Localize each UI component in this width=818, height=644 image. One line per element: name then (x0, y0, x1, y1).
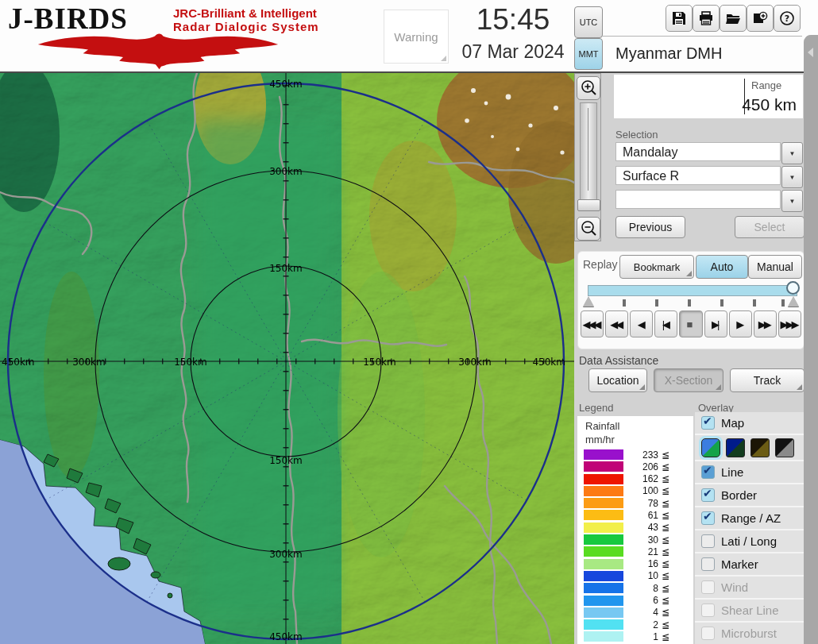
add-view-button[interactable] (747, 5, 774, 32)
legend-title: Rainfall (585, 420, 619, 432)
track-button[interactable]: Track (730, 368, 804, 392)
map-style-swatch-dark-olive[interactable] (750, 438, 770, 457)
map-style-swatch-navy-green[interactable] (726, 438, 745, 457)
legend-entry: 6≦ (584, 596, 689, 606)
product-dropdown-value[interactable]: Surface R (615, 166, 781, 185)
svg-text:300km: 300km (269, 549, 303, 560)
legend-scale: 233≦ 206≦ 162≦ 100≦ 78≦ 61≦ 43≦ 30≦ 21≦ … (584, 449, 689, 642)
warning-button[interactable]: Warning (384, 10, 449, 64)
replay-slider-handle[interactable] (786, 281, 800, 295)
collapse-arrow-icon (808, 48, 813, 57)
map-style-swatch-blue-green[interactable] (701, 438, 720, 457)
line-checkbox[interactable] (701, 465, 715, 479)
play-button[interactable]: ▶ (729, 310, 752, 337)
auto-button[interactable]: Auto (696, 255, 748, 279)
app-logo-subtitle-1: JRC-Brilliant & Intelligent (173, 6, 317, 20)
corner-menu-triangle (686, 271, 692, 276)
legend-entry: 1≦ (584, 631, 689, 642)
corner-menu-triangle (716, 384, 721, 390)
svg-text:?: ? (785, 13, 789, 24)
radar-map[interactable]: 450km 300km 150km 150km 300km 450km 450k… (0, 73, 574, 644)
option-dropdown-value[interactable] (615, 190, 781, 209)
wind-checkbox (701, 580, 715, 594)
select-button[interactable]: Select (735, 216, 804, 238)
option-dropdown-button[interactable]: ▼ (781, 190, 803, 212)
legend-label: Legend (579, 402, 613, 414)
option-dropdown: ▼ (615, 190, 803, 210)
map-checkbox[interactable] (701, 416, 715, 430)
legend-swatch (584, 583, 623, 593)
x-section-button[interactable]: X-Section (654, 368, 723, 392)
x-section-label: X-Section (665, 374, 713, 387)
panel-collapse-strip[interactable] (804, 35, 818, 644)
location-button[interactable]: Location (588, 368, 647, 392)
overlay-item-map[interactable]: Map (695, 412, 804, 435)
svg-text:300km: 300km (72, 357, 106, 368)
play-backward-button[interactable]: ◀ (630, 310, 653, 337)
utc-toggle-button[interactable]: UTC (574, 6, 603, 38)
legend-swatch (584, 449, 623, 460)
zoom-in-button[interactable] (577, 76, 600, 100)
legend-swatch (584, 498, 623, 508)
slider-tick (753, 299, 756, 307)
legend-swatch (584, 571, 623, 581)
map-style-swatch-black-gray[interactable] (775, 438, 794, 457)
fast-rewind-3x-button[interactable]: ◀◀◀ (581, 310, 604, 337)
overlay-item-lati-long[interactable]: Lati / Long (695, 530, 804, 553)
legend-swatch (584, 559, 623, 569)
overlay-item-border[interactable]: Border (695, 484, 804, 507)
zoom-in-icon (580, 79, 597, 97)
print-button[interactable] (693, 5, 720, 32)
replay-slider-track[interactable] (588, 285, 797, 296)
overlay-item-line[interactable]: Line (695, 461, 804, 484)
legend-swatch (584, 619, 623, 630)
microburst-checkbox (701, 627, 715, 640)
replay-range-start-marker[interactable] (583, 296, 594, 307)
marker-checkbox[interactable] (701, 557, 715, 571)
zoom-slider-track[interactable] (580, 102, 597, 201)
legend-swatch (584, 631, 623, 642)
site-dropdown-button[interactable]: ▼ (781, 142, 803, 164)
save-icon (671, 10, 687, 26)
open-file-button[interactable] (720, 5, 747, 32)
product-dropdown-button[interactable]: ▼ (781, 166, 803, 188)
header-divider (602, 36, 802, 37)
legend-entry: 162≦ (584, 474, 689, 484)
fast-forward-3x-button[interactable]: ▶▶▶ (778, 310, 801, 337)
range-label: Range (751, 79, 781, 91)
range-az-checkbox[interactable] (701, 511, 715, 525)
legend-unit: mm/hr (585, 434, 615, 445)
mmt-toggle-button[interactable]: MMT (574, 38, 603, 70)
replay-range-end-marker[interactable] (788, 296, 799, 307)
border-checkbox[interactable] (701, 488, 715, 502)
help-button[interactable]: ? (774, 5, 801, 32)
clock-date: 07 Mar 2024 (442, 41, 585, 63)
site-dropdown-value[interactable]: Mandalay (615, 142, 781, 161)
svg-text:300km: 300km (269, 166, 303, 177)
playback-buttons: ◀◀◀ ◀◀ ◀ |◀ ■ ▶| ▶ ▶▶ ▶▶▶ (581, 310, 801, 337)
svg-text:450km: 450km (532, 357, 565, 368)
save-button[interactable] (666, 5, 693, 32)
slider-tick (720, 299, 723, 307)
legend-card: Rainfall mm/hr 233≦ 206≦ 162≦ 100≦ 78≦ 6… (577, 416, 693, 644)
stop-button[interactable]: ■ (679, 310, 702, 337)
step-forward-button[interactable]: ▶| (704, 310, 727, 337)
legend-entry: 16≦ (584, 559, 689, 569)
fast-forward-button[interactable]: ▶▶ (754, 310, 777, 337)
zoom-slider-handle[interactable] (577, 199, 600, 211)
lati-long-checkbox[interactable] (701, 534, 715, 548)
data-assistance-label: Data Assistance (579, 354, 658, 367)
bookmark-label: Bookmark (634, 261, 681, 273)
legend-entry: 2≦ (584, 619, 689, 630)
bookmark-button[interactable]: Bookmark (619, 255, 694, 279)
app-logo-title: J-BIRDS (8, 2, 128, 36)
overlay-item-range-az[interactable]: Range / AZ (695, 507, 804, 530)
open-folder-icon (725, 10, 741, 26)
step-backward-button[interactable]: |◀ (654, 310, 677, 337)
svg-text:150km: 150km (174, 357, 207, 368)
manual-button[interactable]: Manual (748, 255, 802, 279)
fast-rewind-button[interactable]: ◀◀ (605, 310, 628, 337)
zoom-out-button[interactable] (577, 217, 600, 241)
overlay-item-marker[interactable]: Marker (695, 553, 804, 577)
previous-button[interactable]: Previous (615, 216, 685, 238)
